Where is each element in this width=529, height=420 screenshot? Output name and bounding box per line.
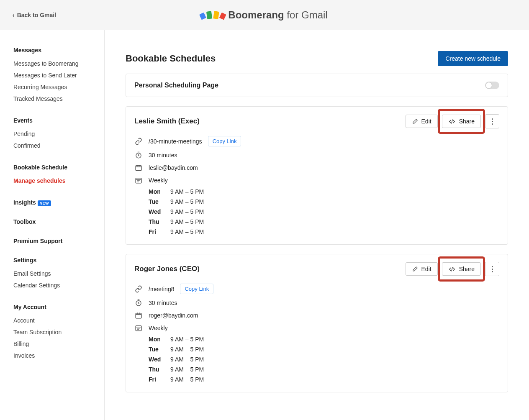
weekly-day: Thu: [149, 218, 164, 225]
schedule-title: Leslie Smith (Exec): [134, 117, 200, 125]
sidebar-item-email-settings[interactable]: Email Settings: [13, 268, 104, 279]
more-button[interactable]: [485, 114, 499, 128]
sidebar-head-my-account: My Account: [13, 304, 104, 310]
weekly-icon: [134, 324, 143, 332]
sidebar-item-messages-to-boomerang[interactable]: Messages to Boomerang: [13, 58, 104, 69]
weekly-hours: 9 AM – 5 PM: [170, 188, 204, 195]
schedule-title: Roger Jones (CEO): [134, 265, 200, 273]
back-to-gmail-link[interactable]: ‹ Back to Gmail: [13, 12, 56, 18]
brand-text: Boomerang for Gmail: [228, 9, 327, 21]
sidebar-head-events: Events: [13, 117, 104, 124]
sidebar: MessagesMessages to BoomerangMessages to…: [0, 30, 105, 420]
brand: Boomerang for Gmail: [201, 9, 327, 21]
sidebar-item-account[interactable]: Account: [13, 315, 104, 326]
weekly-day: Wed: [149, 208, 164, 215]
weekly-hours: 9 AM – 5 PM: [170, 356, 204, 363]
share-button[interactable]: Share: [442, 262, 481, 276]
weekly-day: Fri: [149, 228, 164, 235]
code-icon: [448, 118, 456, 125]
boomerang-logo-icon: [201, 11, 224, 19]
personal-scheduling-card: Personal Scheduling Page: [126, 74, 508, 97]
topbar: ‹ Back to Gmail Boomerang for Gmail: [0, 0, 529, 30]
clock-icon: [134, 299, 143, 307]
schedule-duration: 30 minutes: [149, 152, 177, 159]
sidebar-head-bookable-schedule: Bookable Schedule: [13, 164, 104, 171]
link-icon: [134, 138, 143, 145]
weekly-hours: 9 AM – 5 PM: [170, 198, 204, 205]
link-icon: [134, 285, 143, 293]
more-button[interactable]: [485, 262, 499, 276]
svg-rect-6: [136, 313, 141, 318]
schedule-email: roger@baydin.com: [149, 312, 198, 319]
schedule-card: Roger Jones (CEO)EditShare/meeting8Copy …: [126, 254, 508, 392]
edit-button[interactable]: Edit: [406, 115, 438, 128]
vertical-dots-icon: [492, 266, 493, 272]
pencil-icon: [412, 266, 418, 272]
sidebar-item-manage-schedules[interactable]: Manage schedules: [13, 175, 104, 187]
weekly-label: Weekly: [149, 177, 168, 184]
copy-link-button[interactable]: Copy Link: [180, 284, 213, 294]
sidebar-head-messages: Messages: [13, 47, 104, 54]
weekly-day: Tue: [149, 346, 164, 353]
sidebar-item-recurring-messages[interactable]: Recurring Messages: [13, 81, 104, 93]
weekly-row: Mon9 AM – 5 PM: [149, 334, 499, 344]
weekly-day: Tue: [149, 198, 164, 205]
edit-button[interactable]: Edit: [406, 262, 438, 276]
page-title: Bookable Schedules: [126, 53, 216, 64]
weekly-day: Fri: [149, 376, 164, 383]
weekly-hours: 9 AM – 5 PM: [170, 208, 204, 215]
vertical-dots-icon: [492, 118, 493, 125]
weekly-row: Tue9 AM – 5 PM: [149, 344, 499, 354]
weekly-day: Thu: [149, 366, 164, 373]
sidebar-head-premium-support[interactable]: Premium Support: [13, 238, 104, 244]
weekly-icon: [134, 177, 143, 184]
calendar-icon: [134, 312, 143, 319]
create-new-schedule-button[interactable]: Create new schedule: [438, 51, 508, 66]
schedule-email: leslie@baydin.com: [149, 164, 198, 171]
weekly-day: Mon: [149, 188, 164, 195]
sidebar-item-invoices[interactable]: Invoices: [13, 350, 104, 361]
weekly-row: Mon9 AM – 5 PM: [149, 187, 499, 197]
personal-scheduling-toggle[interactable]: [485, 82, 499, 89]
weekly-row: Wed9 AM – 5 PM: [149, 354, 499, 364]
sidebar-item-pending[interactable]: Pending: [13, 128, 104, 140]
new-badge: NEW: [38, 200, 51, 206]
pencil-icon: [412, 118, 418, 125]
copy-link-button[interactable]: Copy Link: [208, 136, 241, 146]
personal-scheduling-title: Personal Scheduling Page: [134, 82, 218, 89]
weekly-row: Wed9 AM – 5 PM: [149, 207, 499, 217]
weekly-row: Fri9 AM – 5 PM: [149, 227, 499, 237]
weekly-hours: 9 AM – 5 PM: [170, 346, 204, 353]
back-label: Back to Gmail: [17, 12, 56, 18]
svg-line-4: [451, 267, 452, 271]
sidebar-head-toolbox[interactable]: Toolbox: [13, 218, 104, 225]
chevron-left-icon: ‹: [13, 12, 15, 18]
sidebar-item-calendar-settings[interactable]: Calendar Settings: [13, 279, 104, 291]
sidebar-item-confirmed[interactable]: Confirmed: [13, 140, 104, 151]
sidebar-item-billing[interactable]: Billing: [13, 338, 104, 350]
weekly-row: Thu9 AM – 5 PM: [149, 217, 499, 227]
weekly-label: Weekly: [149, 325, 168, 331]
sidebar-head-insights[interactable]: Insights NEW: [13, 199, 104, 206]
svg-rect-2: [136, 166, 141, 171]
weekly-row: Thu9 AM – 5 PM: [149, 364, 499, 374]
main-content: Bookable Schedules Create new schedule P…: [105, 30, 529, 420]
sidebar-item-messages-to-send-later[interactable]: Messages to Send Later: [13, 69, 104, 81]
clock-icon: [134, 151, 143, 159]
sidebar-head-settings: Settings: [13, 257, 104, 264]
weekly-hours: 9 AM – 5 PM: [170, 218, 204, 225]
schedule-duration: 30 minutes: [149, 300, 177, 306]
weekly-row: Tue9 AM – 5 PM: [149, 197, 499, 207]
calendar-icon: [134, 164, 143, 172]
sidebar-item-tracked-messages[interactable]: Tracked Messages: [13, 93, 104, 105]
weekly-hours: 9 AM – 5 PM: [170, 376, 204, 383]
sidebar-item-team-subscription[interactable]: Team Subscription: [13, 326, 104, 338]
weekly-day: Wed: [149, 356, 164, 363]
share-button[interactable]: Share: [442, 115, 481, 128]
schedule-slug: /30-minute-meetings: [149, 138, 202, 145]
schedule-slug: /meeting8: [149, 286, 174, 292]
code-icon: [448, 266, 456, 272]
weekly-hours: 9 AM – 5 PM: [170, 366, 204, 373]
svg-line-0: [451, 119, 452, 123]
weekly-day: Mon: [149, 336, 164, 343]
